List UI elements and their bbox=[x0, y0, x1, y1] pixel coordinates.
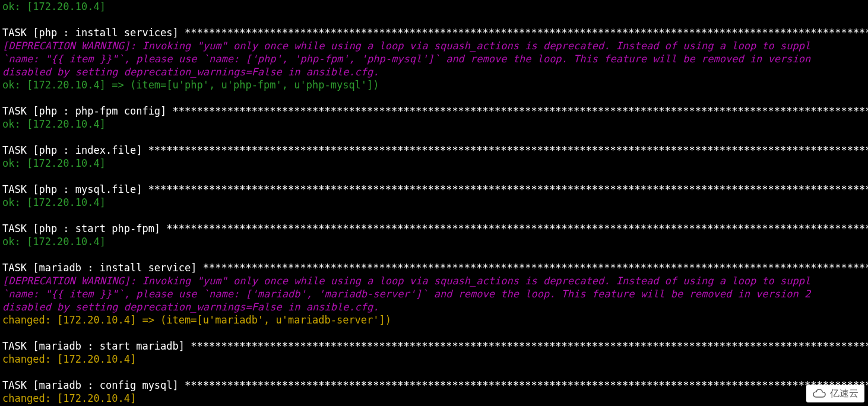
terminal-line-blank bbox=[2, 366, 866, 379]
terminal-line-ok: ok: [172.20.10.4] bbox=[2, 157, 866, 170]
terminal-line-task: TASK [php : install services] **********… bbox=[2, 26, 866, 39]
terminal-line-warn: disabled by setting deprecation_warnings… bbox=[2, 65, 866, 78]
terminal-line-task: TASK [php : index.file] ****************… bbox=[2, 144, 866, 157]
terminal-output: ok: [172.20.10.4] TASK [php : install se… bbox=[0, 0, 868, 405]
terminal-line-task: TASK [mariadb : install service] *******… bbox=[2, 261, 866, 274]
terminal-line-task: TASK [php : mysql.file] ****************… bbox=[2, 183, 866, 196]
terminal-line-warn: [DEPRECATION WARNING]: Invoking "yum" on… bbox=[2, 274, 866, 287]
terminal-line-warn: `name: "{{ item }}"`, please use `name: … bbox=[2, 52, 866, 65]
terminal-line-ok: ok: [172.20.10.4] => (item=[u'php', u'ph… bbox=[2, 78, 866, 91]
terminal-line-blank bbox=[2, 170, 866, 183]
watermark-text: 亿速云 bbox=[830, 387, 859, 400]
watermark-badge: 亿速云 bbox=[806, 385, 864, 402]
cloud-icon bbox=[812, 389, 828, 398]
terminal-line-task: TASK [php : php-fpm config] ************… bbox=[2, 104, 866, 118]
terminal-line-changed: changed: [172.20.10.4] => (item=[u'maria… bbox=[2, 313, 866, 326]
terminal-line-blank bbox=[2, 131, 866, 144]
terminal-line-ok: ok: [172.20.10.4] bbox=[2, 235, 866, 248]
terminal-line-warn: [DEPRECATION WARNING]: Invoking "yum" on… bbox=[2, 39, 866, 52]
terminal-line-ok: ok: [172.20.10.4] bbox=[2, 118, 866, 131]
terminal-line-task: TASK [mariadb : start mariadb] *********… bbox=[2, 340, 866, 353]
terminal-line-warn: `name: "{{ item }}"`, please use `name: … bbox=[2, 287, 866, 300]
terminal-line-blank bbox=[2, 326, 866, 340]
terminal-line-warn: disabled by setting deprecation_warnings… bbox=[2, 300, 866, 313]
terminal-line-blank bbox=[2, 91, 866, 104]
terminal-line-changed: changed: [172.20.10.4] bbox=[2, 353, 866, 366]
terminal-line-task: TASK [mariadb : config mysql] **********… bbox=[2, 379, 866, 392]
terminal-line-blank bbox=[2, 13, 866, 26]
terminal-line-changed: changed: [172.20.10.4] bbox=[2, 392, 866, 405]
terminal-line-blank bbox=[2, 248, 866, 261]
terminal-line-blank bbox=[2, 209, 866, 222]
terminal-line-ok: ok: [172.20.10.4] bbox=[2, 196, 866, 209]
terminal-line-ok: ok: [172.20.10.4] bbox=[2, 0, 866, 13]
terminal-line-task: TASK [php : start php-fpm] *************… bbox=[2, 222, 866, 235]
